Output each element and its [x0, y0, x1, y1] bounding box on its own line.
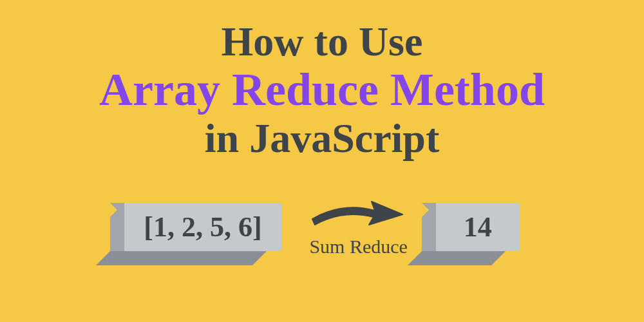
arrow-section: Sum Reduce: [307, 196, 410, 258]
input-array-text: [1, 2, 5, 6]: [124, 203, 281, 251]
output-block: 14: [436, 203, 520, 251]
output-value-text: 14: [436, 203, 520, 251]
title-line-1: How to Use: [0, 19, 644, 64]
diagram-section: [1, 2, 5, 6] Sum Reduce 14: [0, 196, 644, 258]
title-line-3: in JavaScript: [0, 116, 644, 161]
arrow-label: Sum Reduce: [309, 236, 407, 258]
arrow-icon: [307, 196, 410, 232]
title-line-2: Array Reduce Method: [0, 64, 644, 115]
title-section: How to Use Array Reduce Method in JavaSc…: [0, 0, 644, 161]
input-block: [1, 2, 5, 6]: [124, 203, 281, 251]
